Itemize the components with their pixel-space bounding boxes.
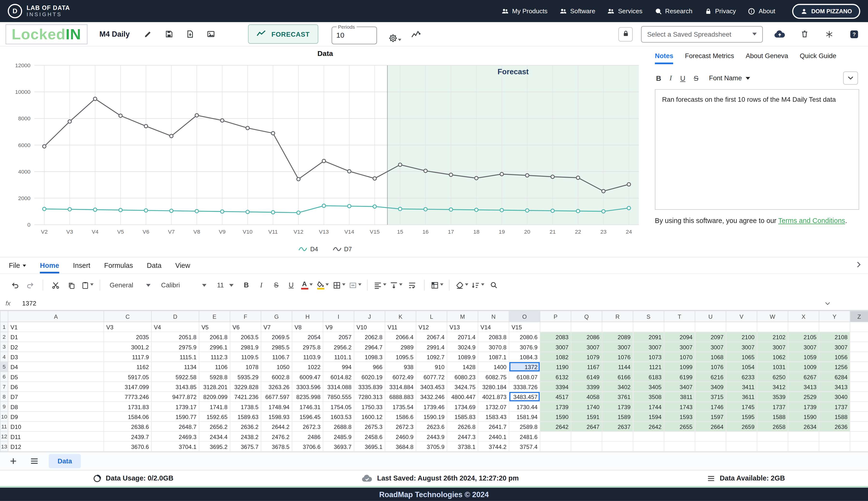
col-header-O[interactable]: O: [509, 311, 540, 322]
cell-A10[interactable]: D9: [8, 412, 104, 422]
cell-Z7[interactable]: [850, 382, 868, 392]
cell-A1[interactable]: V1: [8, 322, 104, 332]
cell-W9[interactable]: 1737: [757, 402, 788, 412]
horizontal-align-button[interactable]: [373, 278, 386, 292]
cell-F8[interactable]: 7421.236: [230, 392, 261, 402]
cell-strikethrough-button[interactable]: S: [270, 281, 282, 289]
cell-L3[interactable]: 2991.4: [416, 342, 447, 352]
cell-R5[interactable]: 1144: [602, 362, 633, 372]
cell-U6[interactable]: 6216: [695, 372, 726, 382]
cell-C8[interactable]: 7773.246: [104, 392, 151, 402]
cell-J9[interactable]: 1750.33: [354, 402, 385, 412]
cell-F9[interactable]: 1738.5: [230, 402, 261, 412]
col-header-H[interactable]: H: [292, 311, 323, 322]
col-header-W[interactable]: W: [757, 311, 788, 322]
cell-S13[interactable]: [633, 441, 664, 451]
trendline-button[interactable]: [408, 26, 424, 42]
cell-U10[interactable]: 1597: [695, 412, 726, 422]
cell-C4[interactable]: 1117.9: [104, 352, 151, 362]
cell-J4[interactable]: 1098.3: [354, 352, 385, 362]
delete-button[interactable]: [796, 26, 813, 42]
cell-L2[interactable]: 2067.4: [416, 332, 447, 342]
menu-formulas[interactable]: Formulas: [104, 257, 133, 274]
cell-M13[interactable]: 3738.1: [447, 441, 478, 451]
cell-Y3[interactable]: 3007: [819, 342, 850, 352]
row-header-13[interactable]: 13: [0, 441, 8, 451]
cell-M11[interactable]: 2626.8: [447, 422, 478, 431]
cell-W1[interactable]: [757, 322, 788, 332]
cell-O13[interactable]: 3757.4: [509, 441, 540, 451]
cell-Z11[interactable]: [850, 422, 868, 431]
cell-P4[interactable]: 1082: [540, 352, 571, 362]
cell-R4[interactable]: 1076: [602, 352, 633, 362]
cell-I13[interactable]: 3693.7: [323, 441, 354, 451]
cell-J10[interactable]: 1600.12: [354, 412, 385, 422]
cell-A2[interactable]: D1: [8, 332, 104, 342]
cell-Z3[interactable]: [850, 342, 868, 352]
cell-F11[interactable]: 2636.2: [230, 422, 261, 431]
cell-X3[interactable]: 3007: [788, 342, 819, 352]
row-header-6[interactable]: 6: [0, 372, 8, 382]
cell-H7[interactable]: 3303.596: [292, 382, 323, 392]
cell-K9[interactable]: 1735.54: [385, 402, 416, 412]
user-account-button[interactable]: DOM PIZZANO: [792, 4, 860, 19]
col-header-E[interactable]: E: [199, 311, 230, 322]
cell-L1[interactable]: V12: [416, 322, 447, 332]
cell-H10[interactable]: 1596.45: [292, 412, 323, 422]
cell-F10[interactable]: 1589.63: [230, 412, 261, 422]
cell-P6[interactable]: 6132: [540, 372, 571, 382]
cell-D10[interactable]: 1590.77: [151, 412, 199, 422]
cell-A11[interactable]: D10: [8, 422, 104, 431]
cell-N1[interactable]: V14: [478, 322, 509, 332]
cell-U13[interactable]: [695, 441, 726, 451]
text-wrap-button[interactable]: [405, 278, 419, 292]
cell-T6[interactable]: 6199: [664, 372, 695, 382]
cell-A3[interactable]: D2: [8, 342, 104, 352]
cell-N10[interactable]: 1583.43: [478, 412, 509, 422]
cell-O2[interactable]: 2080.6: [509, 332, 540, 342]
cell-T12[interactable]: [664, 431, 695, 441]
cell-T1[interactable]: [664, 322, 695, 332]
cell-M1[interactable]: V13: [447, 322, 478, 332]
cell-E1[interactable]: V5: [199, 322, 230, 332]
cell-X7[interactable]: 3413: [788, 382, 819, 392]
cell-A9[interactable]: D8: [8, 402, 104, 412]
cell-R9[interactable]: 1739: [602, 402, 633, 412]
cell-D13[interactable]: 3704.1: [151, 441, 199, 451]
cell-Q1[interactable]: [571, 322, 602, 332]
cell-U7[interactable]: 3409: [695, 382, 726, 392]
cell-G7[interactable]: 3263.26: [261, 382, 292, 392]
row-header-10[interactable]: 10: [0, 412, 8, 422]
cell-V11[interactable]: 2659: [726, 422, 757, 431]
cell-V9[interactable]: 1745: [726, 402, 757, 412]
cell-E6[interactable]: 5928.8: [199, 372, 230, 382]
cell-I7[interactable]: 3314.088: [323, 382, 354, 392]
cell-italic-button[interactable]: I: [255, 281, 267, 289]
cell-S5[interactable]: 1121: [633, 362, 664, 372]
cell-V6[interactable]: 6233: [726, 372, 757, 382]
cell-T8[interactable]: 3811: [664, 392, 695, 402]
terms-link[interactable]: Terms and Conditions: [778, 217, 845, 225]
cell-L7[interactable]: 3403.453: [416, 382, 447, 392]
cell-H11[interactable]: 2672.3: [292, 422, 323, 431]
cell-W12[interactable]: [757, 431, 788, 441]
cell-O8[interactable]: 3483.457: [509, 392, 540, 402]
cell-H4[interactable]: 1103.9: [292, 352, 323, 362]
cell-M12[interactable]: 2447.3: [447, 431, 478, 441]
cell-bold-button[interactable]: B: [240, 281, 253, 289]
saved-spreadsheet-select[interactable]: Select a Saved Spreadsheet: [641, 26, 763, 42]
cell-E5[interactable]: 1106: [199, 362, 230, 372]
cell-H2[interactable]: 2054: [292, 332, 323, 342]
row-header-7[interactable]: 7: [0, 382, 8, 392]
cell-N7[interactable]: 3280.184: [478, 382, 509, 392]
cell-G10[interactable]: 1598.93: [261, 412, 292, 422]
cell-I2[interactable]: 2057: [323, 332, 354, 342]
cell-X5[interactable]: 1009: [788, 362, 819, 372]
cell-L10[interactable]: 1590.19: [416, 412, 447, 422]
cell-V8[interactable]: 3611: [726, 392, 757, 402]
cell-Z8[interactable]: [850, 392, 868, 402]
cell-J5[interactable]: 966: [354, 362, 385, 372]
cell-S7[interactable]: 3405: [633, 382, 664, 392]
cell-Y9[interactable]: 1737: [819, 402, 850, 412]
cell-G5[interactable]: 1050: [261, 362, 292, 372]
